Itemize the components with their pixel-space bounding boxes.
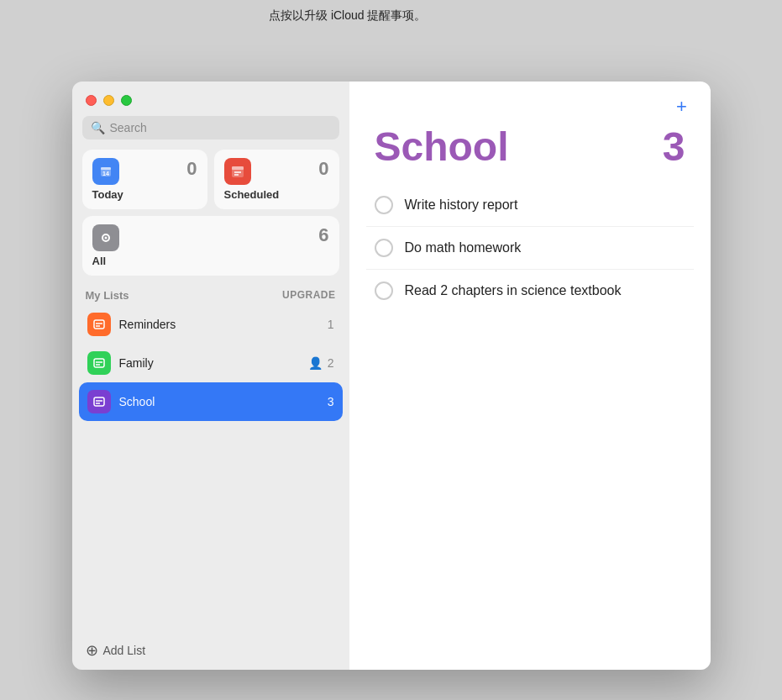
list-item-family[interactable]: Family 👤 2 (79, 344, 343, 382)
reminder-text-1: Write history report (405, 197, 518, 213)
shared-icon: 👤 (308, 356, 323, 370)
add-reminder-button[interactable]: + (670, 95, 694, 118)
today-icon: 14 (92, 158, 119, 185)
list-items: Reminders 1 Family 👤 2 (72, 305, 349, 631)
svg-rect-15 (94, 359, 104, 367)
family-name: Family (119, 356, 300, 370)
school-count: 3 (328, 395, 334, 408)
reminder-item-3: Read 2 chapters in science textbook (366, 270, 694, 312)
svg-rect-2 (101, 167, 111, 170)
scheduled-icon (224, 158, 251, 185)
reminder-checkbox-1[interactable] (375, 196, 393, 214)
family-icon (87, 351, 111, 375)
smart-lists-grid: 14 Today 0 Scheduled 0 (72, 150, 349, 282)
smart-list-today[interactable]: 14 Today 0 (82, 150, 207, 209)
reminders-count: 1 (328, 318, 334, 331)
sidebar: 🔍 Search 14 Today 0 (72, 82, 349, 670)
my-lists-title: My Lists (86, 289, 129, 302)
today-count: 0 (186, 158, 197, 180)
svg-rect-18 (94, 397, 104, 406)
svg-rect-12 (94, 320, 104, 329)
scheduled-label: Scheduled (224, 188, 329, 201)
reminder-item-1: Write history report (366, 184, 694, 227)
today-label: Today (92, 188, 197, 201)
traffic-lights (72, 82, 349, 116)
family-meta: 👤 2 (308, 356, 334, 370)
list-item-school[interactable]: School 3 (79, 382, 343, 421)
all-label: All (92, 255, 329, 267)
reminders-icon (87, 313, 111, 336)
reminders-list: Write history report Do math homework Re… (349, 184, 711, 670)
family-count: 2 (328, 356, 334, 370)
smart-list-all[interactable]: All 6 (82, 216, 339, 276)
list-title: School (375, 127, 509, 167)
reminder-text-3: Read 2 chapters in science textbook (405, 283, 622, 298)
svg-point-11 (104, 236, 107, 239)
main-content: + School 3 Write history report Do math … (349, 82, 711, 670)
maximize-button[interactable] (121, 95, 132, 106)
search-bar[interactable]: 🔍 Search (82, 116, 339, 139)
reminder-text-2: Do math homework (405, 240, 522, 255)
all-count: 6 (318, 224, 328, 246)
my-lists-header: My Lists UPGRADE (72, 282, 349, 305)
tooltip-text: 点按以升级 iCloud 提醒事项。 (269, 8, 426, 24)
all-icon (92, 224, 119, 251)
search-placeholder: Search (110, 121, 147, 134)
school-icon (87, 390, 111, 413)
scheduled-count: 0 (318, 158, 328, 180)
main-header: + (349, 82, 711, 118)
upgrade-button[interactable]: UPGRADE (282, 289, 336, 301)
reminder-item-2: Do math homework (366, 227, 694, 270)
list-title-area: School 3 (349, 118, 711, 184)
close-button[interactable] (86, 95, 97, 106)
school-meta: 3 (328, 395, 334, 408)
svg-rect-6 (232, 166, 244, 170)
list-total-count: 3 (663, 127, 685, 167)
search-icon: 🔍 (91, 121, 105, 134)
list-item-reminders[interactable]: Reminders 1 (79, 305, 343, 344)
add-list-label: Add List (103, 644, 146, 657)
reminder-checkbox-2[interactable] (375, 239, 393, 257)
add-list-icon: ⊕ (86, 641, 98, 660)
reminder-checkbox-3[interactable] (375, 282, 393, 300)
reminders-name: Reminders (119, 318, 319, 331)
minimize-button[interactable] (103, 95, 114, 106)
smart-list-scheduled[interactable]: Scheduled 0 (214, 150, 339, 209)
reminders-meta: 1 (328, 318, 334, 331)
add-list-button[interactable]: ⊕ Add List (72, 631, 349, 670)
school-name: School (119, 395, 319, 408)
app-window: 🔍 Search 14 Today 0 (72, 82, 711, 670)
svg-text:14: 14 (102, 171, 109, 176)
